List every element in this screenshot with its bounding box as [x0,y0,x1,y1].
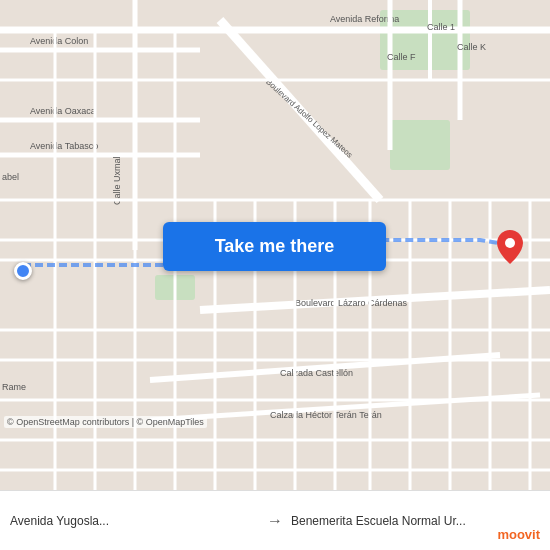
bottom-bar: Avenida Yugosla... → Benemerita Escuela … [0,490,550,550]
route-to: Benemerita Escuela Normal Ur... [291,514,540,528]
svg-text:abel: abel [2,172,19,182]
svg-text:Calzada Héctor Terán Terán: Calzada Héctor Terán Terán [270,410,382,420]
svg-text:Calle K: Calle K [457,42,486,52]
svg-text:Calle 1: Calle 1 [427,22,455,32]
svg-text:Calle F: Calle F [387,52,416,62]
svg-text:Avenida Oaxaca: Avenida Oaxaca [30,106,96,116]
svg-rect-2 [390,120,450,170]
svg-text:Avenida Tabasco: Avenida Tabasco [30,141,98,151]
svg-text:Rame: Rame [2,382,26,392]
map-container: Avenida Reforma Boulevard Adolfo Lopez M… [0,0,550,490]
route-from: Avenida Yugosla... [10,514,259,528]
svg-point-52 [505,238,515,248]
take-me-there-button[interactable]: Take me there [163,222,386,271]
svg-text:Avenida Colon: Avenida Colon [30,36,88,46]
svg-text:Boulevard Lázaro Cárdenas: Boulevard Lázaro Cárdenas [295,298,408,308]
destination-marker [497,230,523,264]
map-attribution: © OpenStreetMap contributors | © OpenMap… [4,416,207,428]
arrow-icon: → [267,512,283,530]
svg-text:Calle Uxmal: Calle Uxmal [112,156,122,205]
origin-marker [14,262,32,280]
svg-text:Calzada Castellón: Calzada Castellón [280,368,353,378]
moovit-logo: moovit [497,527,540,542]
